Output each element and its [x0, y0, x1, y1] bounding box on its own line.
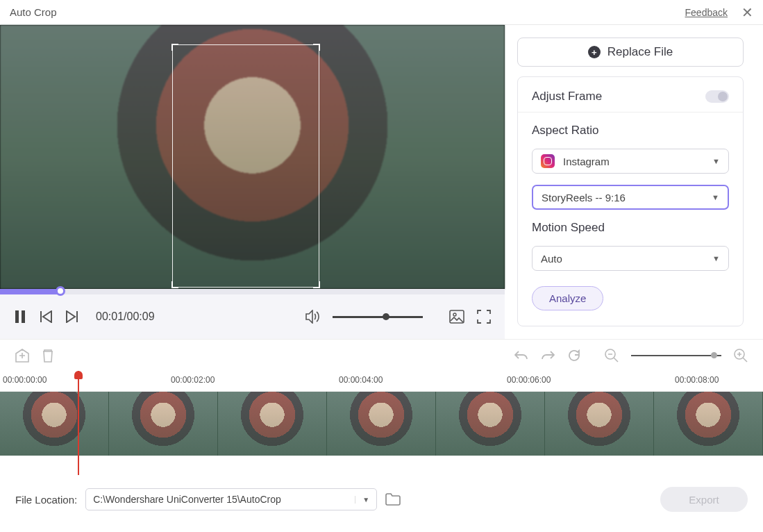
replace-file-label: Replace File: [607, 45, 673, 59]
timeline-tick: 00:00:02:00: [171, 375, 215, 385]
platform-value: Instagram: [563, 156, 610, 167]
zoom-in-icon[interactable]: [734, 349, 748, 363]
aspect-ratio-label: Aspect Ratio: [532, 124, 729, 138]
timeline-thumbnail[interactable]: [218, 392, 327, 456]
plus-circle-icon: +: [588, 46, 601, 58]
prev-frame-button[interactable]: [39, 310, 53, 323]
svg-point-3: [453, 313, 456, 316]
adjust-frame-toggle[interactable]: [705, 90, 729, 103]
timeline-tick: 00:00:00:00: [3, 375, 47, 385]
volume-icon[interactable]: [305, 310, 320, 324]
delete-icon[interactable]: [42, 349, 54, 363]
chevron-down-icon: ▼: [712, 157, 720, 165]
timeline-thumbnail[interactable]: [436, 392, 545, 456]
video-preview[interactable]: [0, 25, 505, 289]
timeline[interactable]: 00:00:00:00 00:00:02:00 00:00:04:00 00:0…: [0, 371, 763, 475]
file-location-select[interactable]: C:\Wondershare UniConverter 15\AutoCrop …: [85, 488, 377, 510]
chevron-down-icon: ▼: [712, 193, 719, 201]
snapshot-icon[interactable]: [449, 310, 464, 324]
ratio-value: StoryReels -- 9:16: [542, 192, 626, 203]
ratio-select[interactable]: StoryReels -- 9:16 ▼: [532, 185, 729, 210]
open-folder-button[interactable]: [385, 493, 401, 506]
timeline-thumbnail[interactable]: [545, 392, 654, 456]
fullscreen-icon[interactable]: [477, 310, 491, 324]
next-frame-button[interactable]: [65, 310, 79, 323]
motion-speed-value: Auto: [541, 253, 562, 265]
crop-frame[interactable]: [172, 44, 319, 288]
timeline-tick: 00:00:08:00: [675, 375, 719, 385]
zoom-out-icon[interactable]: [605, 349, 619, 363]
playhead[interactable]: [78, 371, 79, 475]
volume-slider[interactable]: [333, 316, 423, 318]
timeline-thumbnail[interactable]: [654, 392, 763, 456]
zoom-slider[interactable]: [631, 355, 721, 356]
analyze-button[interactable]: Analyze: [532, 286, 603, 310]
timeline-tick: 00:00:04:00: [339, 375, 383, 385]
add-marker-icon[interactable]: [15, 349, 29, 363]
timeline-thumbnail[interactable]: [0, 392, 109, 456]
timeline-thumbnail[interactable]: [109, 392, 218, 456]
platform-select[interactable]: Instagram ▼: [532, 149, 729, 174]
motion-speed-select[interactable]: Auto ▼: [532, 246, 729, 271]
file-location-label: File Location:: [15, 494, 77, 506]
adjust-frame-label: Adjust Frame: [532, 90, 602, 103]
timeline-thumbnail[interactable]: [327, 392, 436, 456]
undo-icon[interactable]: [514, 349, 528, 362]
export-button: Export: [660, 487, 748, 512]
motion-speed-label: Motion Speed: [532, 221, 729, 235]
svg-rect-1: [22, 310, 25, 323]
playback-progress[interactable]: [0, 289, 505, 294]
app-title: Auto Crop: [10, 6, 57, 18]
chevron-down-icon: ▼: [712, 254, 720, 263]
feedback-link[interactable]: Feedback: [685, 7, 728, 18]
chevron-down-icon: ▼: [355, 496, 369, 504]
playback-time: 00:01/00:09: [96, 310, 155, 323]
close-icon[interactable]: ✕: [741, 4, 753, 21]
svg-rect-0: [15, 310, 19, 323]
redo-icon[interactable]: [541, 349, 555, 362]
refresh-icon[interactable]: [567, 349, 581, 363]
pause-button[interactable]: [14, 310, 26, 324]
instagram-icon: [541, 154, 555, 168]
replace-file-button[interactable]: + Replace File: [517, 38, 744, 67]
file-location-path: C:\Wondershare UniConverter 15\AutoCrop: [93, 494, 281, 505]
timeline-tick: 00:00:06:00: [507, 375, 551, 385]
